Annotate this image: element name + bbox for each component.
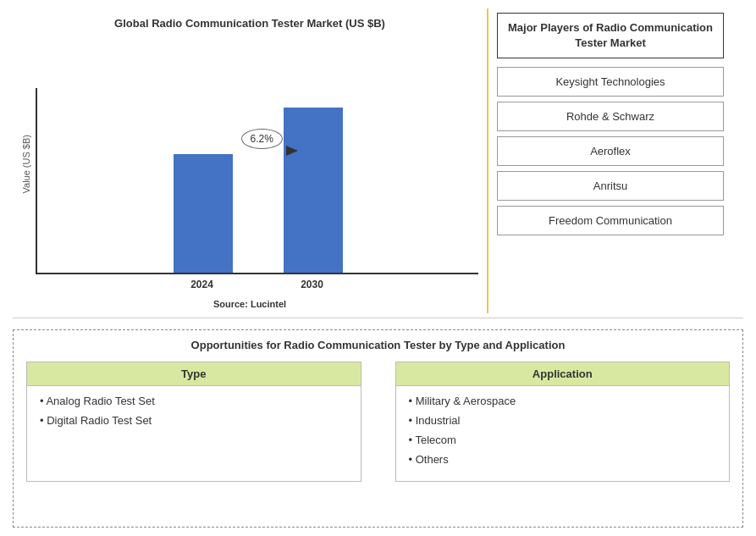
player-keysight: Keysight Technologies <box>497 67 724 97</box>
y-axis-label: Value (US $B) <box>21 135 31 194</box>
type-column-items: Analog Radio Test Set Digital Radio Test… <box>27 386 361 442</box>
type-column-header: Type <box>27 362 361 386</box>
type-item-1: Analog Radio Test Set <box>40 395 348 407</box>
bottom-columns: Type Analog Radio Test Set Digital Radio… <box>26 362 730 482</box>
chart-inner: 6.2% 2024 2030 <box>36 88 478 290</box>
application-column: Application Military & Aerospace Industr… <box>395 362 731 482</box>
bottom-section: Opportunities for Radio Communication Te… <box>13 329 743 528</box>
app-item-4: Others <box>409 453 717 466</box>
players-panel: Major Players of Radio Communication Tes… <box>487 8 732 313</box>
cagr-bubble: 6.2% <box>241 130 283 146</box>
section-divider <box>13 318 743 318</box>
application-column-items: Military & Aerospace Industrial Telecom … <box>396 386 730 481</box>
chart-title: Global Radio Communication Tester Market… <box>114 17 385 30</box>
player-anritsu: Anritsu <box>497 171 724 201</box>
source-text: Source: Lucintel <box>213 299 286 309</box>
chart-area: Global Radio Communication Tester Market… <box>13 8 487 313</box>
x-label-2030: 2030 <box>283 279 342 290</box>
app-item-2: Industrial <box>409 414 717 427</box>
x-axis-labels: 2024 2030 <box>36 279 478 290</box>
bar-group-2024 <box>174 154 233 273</box>
player-rohde: Rohde & Schwarz <box>497 102 724 131</box>
type-item-2: Digital Radio Test Set <box>40 414 348 427</box>
type-column: Type Analog Radio Test Set Digital Radio… <box>26 362 361 482</box>
players-title: Major Players of Radio Communication Tes… <box>497 13 724 58</box>
bar-2024 <box>174 154 233 273</box>
cagr-arrow-icon <box>286 146 298 156</box>
cagr-label: 6.2% <box>241 129 283 149</box>
main-container: Global Radio Communication Tester Market… <box>0 0 756 536</box>
x-label-2024: 2024 <box>173 279 232 290</box>
app-item-1: Military & Aerospace <box>409 395 717 407</box>
chart-wrapper: Value (US $B) 6.2% <box>21 38 478 290</box>
bar-group-2030 <box>284 108 343 273</box>
bar-2030 <box>284 108 343 273</box>
top-section: Global Radio Communication Tester Market… <box>13 8 743 313</box>
player-freedom: Freedom Communication <box>497 206 724 235</box>
application-column-header: Application <box>396 362 730 386</box>
bars-container: 6.2% <box>36 88 478 274</box>
app-item-3: Telecom <box>409 434 717 446</box>
bottom-title: Opportunities for Radio Communication Te… <box>26 339 730 351</box>
player-aeroflex: Aeroflex <box>497 136 724 166</box>
